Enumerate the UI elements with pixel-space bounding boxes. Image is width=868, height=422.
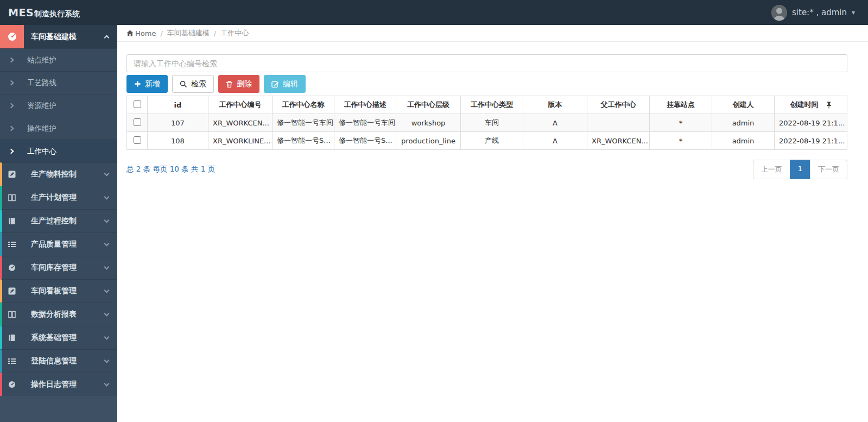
edit-icon bbox=[271, 80, 279, 88]
cell-description: 修一智能一号S... bbox=[334, 132, 396, 150]
cell-parent: XR_WORKCEN... bbox=[587, 132, 650, 150]
sidebar-group-process-control[interactable]: 生产过程控制 bbox=[0, 209, 117, 232]
pin-icon[interactable] bbox=[826, 102, 832, 109]
cell-version: A bbox=[523, 114, 587, 132]
cell-code: XR_WORKCEN... bbox=[208, 114, 273, 132]
home-icon bbox=[126, 30, 134, 36]
delete-button[interactable]: 删除 bbox=[218, 75, 259, 93]
chevron-down-icon bbox=[104, 241, 110, 246]
column-header-description: 工作中心描述 bbox=[334, 96, 396, 114]
cell-type: 产线 bbox=[461, 132, 523, 150]
sidebar-group-inventory-management[interactable]: 车间库存管理 bbox=[0, 256, 117, 279]
table-row[interactable]: 108 XR_WORKLINE... 修一智能一号S... 修一智能一号S...… bbox=[127, 132, 847, 150]
trash-icon bbox=[226, 80, 233, 88]
edit-button[interactable]: 编辑 bbox=[264, 75, 306, 93]
cell-creator: admin bbox=[712, 132, 775, 150]
sidebar-item-work-center[interactable]: 工作中心 bbox=[0, 140, 117, 162]
book-icon bbox=[2, 217, 22, 225]
sidebar-group-label: 数据分析报表 bbox=[31, 310, 105, 319]
table-row[interactable]: 107 XR_WORKCEN... 修一智能一号车间 修一智能一号车间 work… bbox=[127, 114, 847, 132]
next-page-button[interactable]: 下一页 bbox=[810, 160, 847, 179]
sidebar-group-workshop-modeling[interactable]: 车间基础建模 bbox=[0, 25, 117, 48]
sidebar-group-label: 登陆信息管理 bbox=[31, 356, 105, 366]
column-header-name: 工作中心名称 bbox=[273, 96, 334, 114]
breadcrumb-current: 工作中心 bbox=[220, 28, 249, 38]
dashboard-icon bbox=[2, 381, 22, 388]
sidebar-group-label: 操作日志管理 bbox=[31, 380, 105, 389]
sidebar-item-station-maintenance[interactable]: 站点维护 bbox=[0, 48, 117, 71]
sidebar-group-label: 生产物料控制 bbox=[31, 169, 105, 179]
edit-icon bbox=[2, 171, 22, 178]
chevron-down-icon bbox=[104, 311, 110, 316]
cell-created-time: 2022-08-19 21:1... bbox=[775, 132, 847, 150]
sidebar-group-label: 系统基础管理 bbox=[31, 333, 105, 343]
sidebar-item-process-route[interactable]: 工艺路线 bbox=[0, 71, 117, 94]
edit-icon bbox=[2, 287, 22, 295]
sidebar-group-plan-management[interactable]: 生产计划管理 bbox=[0, 186, 117, 209]
sidebar-item-operation-maintenance[interactable]: 操作维护 bbox=[0, 117, 117, 140]
cell-station: * bbox=[650, 132, 712, 150]
cell-name: 修一智能一号S... bbox=[273, 132, 334, 150]
page-1-button[interactable]: 1 bbox=[790, 160, 810, 179]
chevron-down-icon bbox=[104, 287, 110, 293]
cell-id: 108 bbox=[148, 132, 208, 150]
select-all-checkbox[interactable] bbox=[134, 100, 141, 108]
column-header-version: 版本 bbox=[523, 96, 587, 114]
sidebar-group-system-management[interactable]: 系统基础管理 bbox=[0, 326, 117, 349]
person-icon bbox=[771, 5, 787, 21]
column-header-station: 挂靠站点 bbox=[650, 96, 712, 114]
cell-creator: admin bbox=[712, 114, 775, 132]
brand-logo[interactable]: MES制造执行系统 bbox=[8, 7, 80, 19]
prev-page-button[interactable]: 上一页 bbox=[753, 160, 790, 179]
sidebar-group-quality-management[interactable]: 产品质量管理 bbox=[0, 232, 117, 256]
breadcrumb-section[interactable]: 车间基础建模 bbox=[167, 28, 210, 38]
sidebar-item-label: 工作中心 bbox=[27, 147, 56, 156]
chevron-up-icon bbox=[104, 35, 110, 41]
cell-code: XR_WORKLINE... bbox=[208, 132, 273, 150]
sidebar-group-material-control[interactable]: 生产物料控制 bbox=[0, 162, 117, 186]
main-area: Home / 车间基础建模 / 工作中心 新增 检索 bbox=[117, 25, 868, 422]
chevron-down-icon bbox=[104, 357, 110, 363]
sidebar-group-label: 产品质量管理 bbox=[31, 240, 105, 249]
cell-description: 修一智能一号车间 bbox=[334, 114, 396, 132]
add-button[interactable]: 新增 bbox=[126, 75, 168, 93]
cell-parent bbox=[587, 114, 650, 132]
sidebar-item-resource-maintenance[interactable]: 资源维护 bbox=[0, 94, 117, 117]
column-header-type: 工作中心类型 bbox=[461, 96, 523, 114]
breadcrumb: Home / 车间基础建模 / 工作中心 bbox=[117, 25, 868, 42]
table-header-row: id 工作中心编号 工作中心名称 工作中心描述 工作中心层级 工作中心类型 版本… bbox=[127, 96, 847, 114]
cell-version: A bbox=[523, 132, 587, 150]
search-icon bbox=[180, 80, 187, 88]
column-header-creator: 创建人 bbox=[712, 96, 775, 114]
cell-type: 车间 bbox=[461, 114, 523, 132]
columns-icon bbox=[2, 311, 22, 318]
chevron-down-icon bbox=[104, 217, 110, 223]
sidebar-group-label: 车间看板管理 bbox=[31, 286, 105, 296]
sidebar-group-login-info-management[interactable]: 登陆信息管理 bbox=[0, 349, 117, 373]
row-checkbox[interactable] bbox=[134, 118, 141, 126]
chevron-down-icon bbox=[104, 381, 110, 386]
chevron-down-icon bbox=[104, 194, 110, 199]
sidebar-group-operation-log-management[interactable]: 操作日志管理 bbox=[0, 373, 117, 396]
sidebar-group-label: 车间基础建模 bbox=[31, 32, 105, 42]
avatar bbox=[771, 5, 787, 21]
row-checkbox[interactable] bbox=[134, 136, 141, 144]
chevron-right-icon bbox=[9, 80, 14, 86]
plus-icon bbox=[134, 80, 141, 87]
column-header-level: 工作中心层级 bbox=[396, 96, 461, 114]
brand-rest: 制造执行系统 bbox=[34, 9, 80, 19]
book-icon bbox=[2, 334, 22, 342]
sidebar-menu: 车间基础建模 站点维护 工艺路线 资源维护 操作维护 bbox=[0, 25, 117, 396]
sidebar-item-label: 资源维护 bbox=[27, 101, 56, 111]
user-menu[interactable]: site:* , admin ▾ bbox=[771, 5, 855, 21]
search-input[interactable] bbox=[126, 54, 847, 72]
cell-station: * bbox=[650, 114, 712, 132]
list-icon bbox=[2, 357, 22, 365]
cell-name: 修一智能一号车间 bbox=[273, 114, 334, 132]
toolbar: 新增 检索 删除 编辑 bbox=[126, 75, 847, 93]
search-button[interactable]: 检索 bbox=[172, 75, 214, 93]
sidebar-group-analytics-reports[interactable]: 数据分析报表 bbox=[0, 303, 117, 326]
breadcrumb-home[interactable]: Home bbox=[126, 29, 156, 37]
sidebar-group-kanban-management[interactable]: 车间看板管理 bbox=[0, 279, 117, 303]
page-content: 新增 检索 删除 编辑 bbox=[117, 42, 868, 179]
